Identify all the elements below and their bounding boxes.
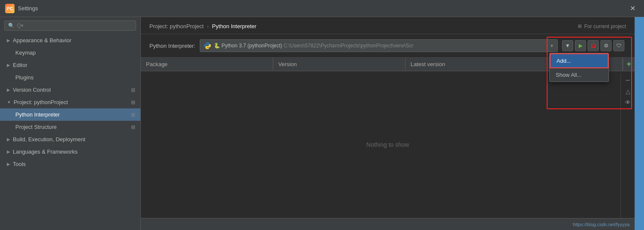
dropdown-show-all-item[interactable]: Show All... [550,68,609,82]
bug-button[interactable]: 🐞 [588,40,599,51]
dropdown-add-item[interactable]: Add... [550,53,609,68]
empty-content: Nothing to show [141,71,635,218]
sidebar-item-keymap[interactable]: Keymap [0,47,140,59]
sidebar-item-label: Project: pythonProject [14,99,68,105]
extra-button[interactable]: 🛡 [613,40,624,51]
status-bar: https://blog.csdn.net/fyyyya [141,218,635,230]
interpreter-value: 🐍 Python 3.7 (pythonProject) C:\Users\57… [214,43,547,49]
breadcrumb-right-text: For current project [584,23,626,29]
breadcrumb-right-icon: ⊞ [578,23,582,29]
chevron-icon: ▶ [7,162,10,166]
add-package-button[interactable]: + [623,58,635,70]
sidebar-item-label: Version Control [13,87,51,93]
sidebar-item-tools[interactable]: ▶ Tools [0,158,140,170]
eye-icon: 👁 [625,99,631,106]
empty-text: Nothing to show [366,141,409,148]
eye-button[interactable]: 👁 [623,97,633,108]
minus-button[interactable]: − [623,75,633,85]
copy-icon: ⊞ [131,99,135,105]
sidebar-item-label: Appearance & Behavior [13,37,71,44]
sidebar-item-python-interpreter[interactable]: Python Interpreter ⊞ [0,108,140,121]
sidebar-item-project[interactable]: ▼ Project: pythonProject ⊞ [0,96,140,108]
toolbar-buttons: ▼ ▶ 🐞 ⚙ 🛡 [562,40,624,51]
settings-dropdown-btn[interactable]: ▼ [562,40,573,51]
chevron-icon: ▶ [7,87,10,92]
interpreter-label: Python Interpreter: [149,43,195,49]
sidebar: 🔍 ▶ Appearance & Behavior Keymap ▶ Edito… [0,17,141,230]
sidebar-item-label: Plugins [15,74,34,81]
sidebar-item-label: Keymap [15,49,36,56]
chevron-icon: ▶ [7,149,10,154]
sidebar-item-project-structure[interactable]: Project Structure ⊞ [0,121,140,133]
settings-icon: ⚙ [604,43,609,49]
interpreter-arrow: ▼ [550,44,554,48]
app-logo: PC [5,4,15,13]
sidebar-item-version-control[interactable]: ▶ Version Control ⊞ [0,84,140,96]
sidebar-item-plugins[interactable]: Plugins [0,71,140,84]
sidebar-item-label: Project Structure [15,124,57,130]
col-package: Package [141,58,273,71]
up-button[interactable]: △ [623,86,633,96]
chevron-icon: ▶ [7,38,10,43]
chevron-icon: ▶ [7,63,10,67]
copy-icon: ⊞ [131,112,135,118]
sidebar-item-appearance[interactable]: ▶ Appearance & Behavior [0,34,140,47]
window-title: Settings [18,5,38,12]
interpreter-select[interactable]: 🐍 Python 3.7 (pythonProject) C:\Users\57… [200,39,558,52]
dropdown-menu: Add... Show All... [549,53,609,82]
main-layout: 🔍 ▶ Appearance & Behavior Keymap ▶ Edito… [0,17,644,230]
breadcrumb: Project: pythonProject › Python Interpre… [141,17,635,34]
copy-icon: ⊞ [131,87,135,93]
chevron-icon: ▼ [7,100,11,105]
right-panel [635,17,644,230]
copy-icon: ⊞ [131,124,135,130]
title-bar: PC Settings ✕ [0,0,644,17]
run-icon: ▶ [579,43,583,49]
sidebar-item-label: Tools [13,161,26,167]
search-input[interactable] [17,23,132,29]
content-area: Project: pythonProject › Python Interpre… [141,17,635,230]
breadcrumb-project: Project: pythonProject [149,23,204,29]
sidebar-item-label: Build, Execution, Deployment [13,136,85,143]
col-version: Version [273,58,405,71]
settings-button[interactable]: ⚙ [600,40,612,51]
bug-icon: 🐞 [590,43,597,49]
python-icon [204,42,211,49]
sidebar-item-build[interactable]: ▶ Build, Execution, Deployment [0,133,140,146]
status-url: https://blog.csdn.net/fyyyya [573,222,629,227]
sidebar-item-languages[interactable]: ▶ Languages & Frameworks [0,146,140,158]
search-box[interactable]: 🔍 [4,20,136,31]
run-button[interactable]: ▶ [575,40,586,51]
sidebar-item-label: Languages & Frameworks [13,148,78,155]
close-button[interactable]: ✕ [627,3,639,14]
sidebar-item-label: Python Interpreter [15,111,60,118]
search-icon: 🔍 [8,23,15,29]
sidebar-item-editor[interactable]: ▶ Editor [0,59,140,71]
side-buttons: − △ 👁 [621,73,635,218]
chevron-icon: ▶ [7,137,10,142]
breadcrumb-right: ⊞ For current project [578,23,626,29]
up-icon: △ [626,88,630,95]
dropdown-arrow-icon: ▼ [565,43,570,49]
extra-icon: 🛡 [616,43,621,49]
interpreter-row: Python Interpreter: 🐍 Python 3.7 (python… [141,34,635,58]
breadcrumb-current: Python Interpreter [212,23,256,29]
sidebar-item-label: Editor [13,62,27,68]
minus-icon: − [626,76,630,84]
title-bar-left: PC Settings [5,4,38,13]
breadcrumb-arrow: › [207,24,209,29]
